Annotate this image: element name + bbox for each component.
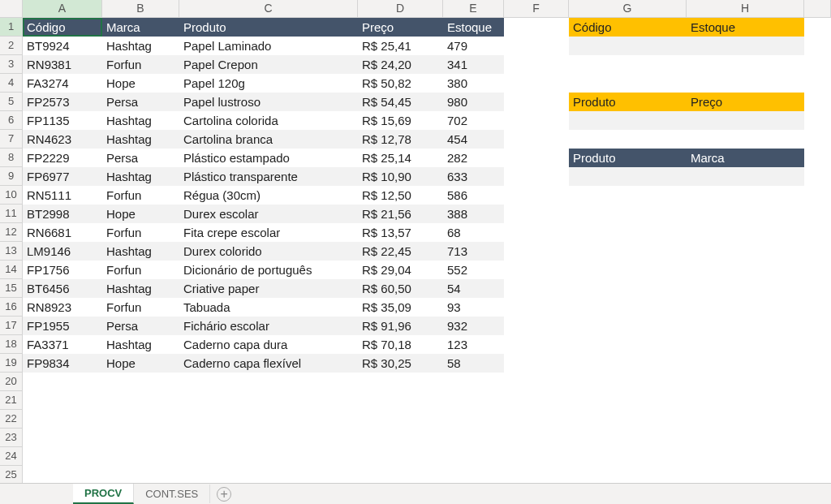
cell-B3[interactable]: Forfun (102, 55, 179, 74)
cell-A12[interactable]: RN6681 (23, 223, 102, 242)
cell-B16[interactable]: Forfun (102, 298, 179, 317)
cell-C6[interactable]: Cartolina colorida (179, 111, 358, 130)
select-all-corner[interactable] (0, 0, 23, 18)
table-header-preço[interactable]: Preço (358, 18, 443, 37)
cell-blank-11[interactable] (804, 205, 831, 223)
cell-C5[interactable]: Papel lustroso (179, 93, 358, 111)
row-header-4[interactable]: 4 (0, 74, 23, 93)
cell-blank-18[interactable] (804, 335, 831, 354)
cell-F5[interactable] (504, 93, 569, 111)
cell-F24[interactable] (504, 447, 569, 466)
cell-blank-21[interactable] (804, 391, 831, 410)
cell-B23[interactable] (102, 429, 179, 447)
cell-H12[interactable] (687, 223, 804, 242)
table-header-código[interactable]: Código (23, 18, 102, 37)
cell-D9[interactable]: R$ 10,90 (358, 167, 443, 186)
cell-H9[interactable] (687, 167, 804, 186)
cell-F22[interactable] (504, 410, 569, 429)
cell-H2[interactable] (687, 37, 804, 55)
table-header-marca[interactable]: Marca (102, 18, 179, 37)
cell-E2[interactable]: 479 (443, 37, 504, 55)
cell-blank-4[interactable] (804, 74, 831, 93)
row-header-11[interactable]: 11 (0, 205, 23, 223)
cell-H20[interactable] (687, 373, 804, 391)
cell-A23[interactable] (23, 429, 102, 447)
cell-B21[interactable] (102, 391, 179, 410)
cell-F14[interactable] (504, 261, 569, 279)
cell-blank-2[interactable] (804, 37, 831, 55)
table-header-estoque[interactable]: Estoque (443, 18, 504, 37)
cell-D6[interactable]: R$ 15,69 (358, 111, 443, 130)
cell-C3[interactable]: Papel Crepon (179, 55, 358, 74)
cell-C19[interactable]: Caderno capa flexível (179, 354, 358, 373)
cell-B13[interactable]: Hashtag (102, 242, 179, 261)
cell-D23[interactable] (358, 429, 443, 447)
cell-G8[interactable]: Produto (569, 149, 687, 167)
cell-B14[interactable]: Forfun (102, 261, 179, 279)
cell-A25[interactable] (23, 466, 102, 485)
cell-C24[interactable] (179, 447, 358, 466)
cell-blank-15[interactable] (804, 279, 831, 298)
cell-A7[interactable]: RN4623 (23, 130, 102, 149)
cell-C22[interactable] (179, 410, 358, 429)
cell-E18[interactable]: 123 (443, 335, 504, 354)
cell-H25[interactable] (687, 466, 804, 485)
cell-E19[interactable]: 58 (443, 354, 504, 373)
cell-A8[interactable]: FP2229 (23, 149, 102, 167)
cell-D13[interactable]: R$ 22,45 (358, 242, 443, 261)
cell-F8[interactable] (504, 149, 569, 167)
cell-C21[interactable] (179, 391, 358, 410)
cell-A19[interactable]: FP9834 (23, 354, 102, 373)
cell-G4[interactable] (569, 74, 687, 93)
cell-C2[interactable]: Papel Laminado (179, 37, 358, 55)
cell-D5[interactable]: R$ 54,45 (358, 93, 443, 111)
cell-B22[interactable] (102, 410, 179, 429)
cell-G19[interactable] (569, 354, 687, 373)
row-header-8[interactable]: 8 (0, 149, 23, 167)
cell-blank-14[interactable] (804, 261, 831, 279)
cell-H4[interactable] (687, 74, 804, 93)
cell-blank-6[interactable] (804, 111, 831, 130)
cell-B10[interactable]: Forfun (102, 186, 179, 205)
cell-D18[interactable]: R$ 70,18 (358, 335, 443, 354)
cell-G23[interactable] (569, 429, 687, 447)
cell-D16[interactable]: R$ 35,09 (358, 298, 443, 317)
cell-C23[interactable] (179, 429, 358, 447)
cell-G15[interactable] (569, 279, 687, 298)
cell-E24[interactable] (443, 447, 504, 466)
cell-F18[interactable] (504, 335, 569, 354)
cell-G9[interactable] (569, 167, 687, 186)
cell-C14[interactable]: Dicionário de português (179, 261, 358, 279)
cell-F4[interactable] (504, 74, 569, 93)
cell-H24[interactable] (687, 447, 804, 466)
cell-blank-16[interactable] (804, 298, 831, 317)
cell-E9[interactable]: 633 (443, 167, 504, 186)
add-sheet-button[interactable]: + (217, 487, 231, 502)
cell-C15[interactable]: Criative paper (179, 279, 358, 298)
cell-E14[interactable]: 552 (443, 261, 504, 279)
cell-B7[interactable]: Hashtag (102, 130, 179, 149)
row-header-10[interactable]: 10 (0, 186, 23, 205)
cell-F1[interactable] (504, 18, 569, 37)
cell-C10[interactable]: Régua (30cm) (179, 186, 358, 205)
cell-H15[interactable] (687, 279, 804, 298)
cell-B24[interactable] (102, 447, 179, 466)
cell-F13[interactable] (504, 242, 569, 261)
cell-C18[interactable]: Caderno capa dura (179, 335, 358, 354)
cell-blank-23[interactable] (804, 429, 831, 447)
cell-C8[interactable]: Plástico estampado (179, 149, 358, 167)
cell-blank-7[interactable] (804, 130, 831, 149)
cell-blank-9[interactable] (804, 167, 831, 186)
cell-blank-1[interactable] (804, 18, 831, 37)
cell-C25[interactable] (179, 466, 358, 485)
cell-F12[interactable] (504, 223, 569, 242)
cell-E16[interactable]: 93 (443, 298, 504, 317)
row-header-6[interactable]: 6 (0, 111, 23, 130)
tab-procv[interactable]: PROCV (73, 484, 134, 504)
cell-A6[interactable]: FP1135 (23, 111, 102, 130)
cell-G10[interactable] (569, 186, 687, 205)
cell-blank-10[interactable] (804, 186, 831, 205)
cell-E21[interactable] (443, 391, 504, 410)
cell-D4[interactable]: R$ 50,82 (358, 74, 443, 93)
cell-F16[interactable] (504, 298, 569, 317)
